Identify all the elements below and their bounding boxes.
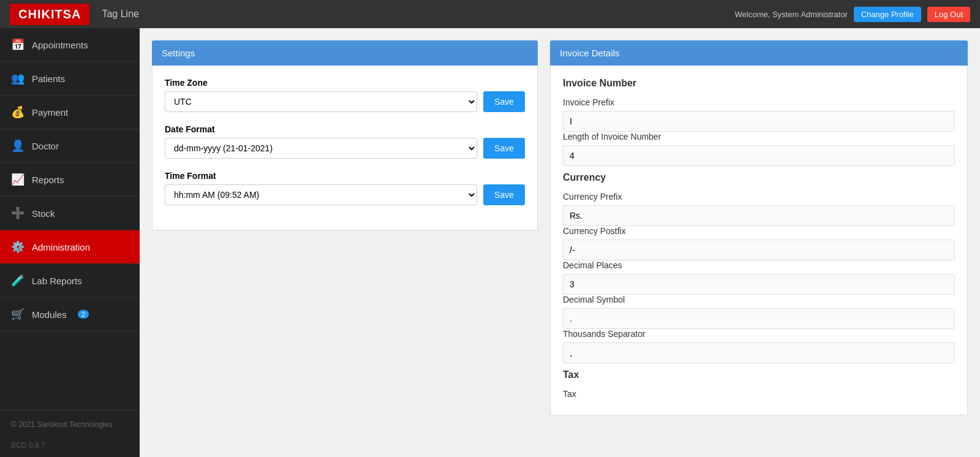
decimal-places-input[interactable] — [563, 274, 955, 295]
decimal-symbol-input[interactable] — [563, 308, 955, 329]
welcome-text: Welcome, System Administrator — [735, 10, 848, 19]
sidebar-item-lab-reports[interactable]: 🧪Lab Reports — [0, 264, 140, 298]
date-format-row: dd-mm-yyyy (21-01-2021) Save — [165, 138, 525, 159]
invoice-panel-header: Invoice Details — [550, 40, 968, 66]
main-content: Settings Time Zone UTC Save Date Format — [140, 28, 980, 457]
header-right: Welcome, System Administrator Change Pro… — [735, 7, 970, 22]
modules-badge: 2 — [78, 310, 89, 319]
administration-icon: ⚙️ — [11, 240, 24, 254]
payment-label: Payment — [32, 107, 68, 118]
currency-section: Currency — [563, 172, 955, 183]
date-format-group: Date Format dd-mm-yyyy (21-01-2021) Save — [165, 124, 525, 159]
sidebar-item-modules[interactable]: 🛒Modules2 — [0, 298, 140, 331]
stock-icon: ➕ — [11, 206, 24, 220]
decimal-symbol-label: Decimal Symbol — [563, 295, 955, 304]
sidebar-item-reports[interactable]: 📈Reports — [0, 163, 140, 197]
sidebar-item-stock[interactable]: ➕Stock — [0, 197, 140, 230]
time-format-label: Time Format — [165, 171, 525, 181]
thousands-separator-group: Thousands Separator — [563, 329, 955, 363]
invoice-prefix-input[interactable] — [563, 111, 955, 132]
sidebar-item-patients[interactable]: 👥Patients — [0, 62, 140, 96]
timezone-select[interactable]: UTC — [165, 91, 477, 112]
timezone-label: Time Zone — [165, 78, 525, 88]
app-logo: CHIKITSA — [10, 4, 89, 25]
invoice-panel: Invoice Details Invoice Number Invoice P… — [550, 40, 968, 415]
sidebar-item-appointments[interactable]: 📅Appointments — [0, 28, 140, 62]
time-format-row: hh:mm AM (09:52 AM) Save — [165, 184, 525, 205]
main-layout: 📅Appointments👥Patients💰Payment👤Doctor📈Re… — [0, 28, 980, 457]
header: CHIKITSA Tag Line Welcome, System Admini… — [0, 0, 980, 28]
patients-icon: 👥 — [11, 72, 24, 85]
appointments-icon: 📅 — [11, 38, 24, 51]
invoice-prefix-group: Invoice Prefix — [563, 97, 955, 132]
currency-postfix-input[interactable] — [563, 240, 955, 260]
currency-postfix-group: Currency Postfix — [563, 226, 955, 260]
lab-reports-icon: 🧪 — [11, 274, 24, 287]
modules-label: Modules — [32, 309, 67, 320]
appointments-label: Appointments — [32, 40, 88, 50]
sidebar-item-administration[interactable]: ⚙️Administration — [0, 230, 140, 264]
logout-button[interactable]: Log Out — [927, 7, 970, 22]
time-format-save-button[interactable]: Save — [483, 184, 525, 205]
invoice-length-label: Length of Invoice Number — [563, 132, 955, 142]
sidebar-item-doctor[interactable]: 👤Doctor — [0, 129, 140, 163]
thousands-separator-label: Thousands Separator — [563, 329, 955, 339]
invoice-panel-body: Invoice Number Invoice Prefix Length of … — [550, 66, 968, 415]
invoice-number-section: Invoice Number — [563, 78, 955, 89]
settings-panel: Settings Time Zone UTC Save Date Format — [152, 40, 538, 230]
timezone-row: UTC Save — [165, 91, 525, 112]
currency-prefix-group: Currency Prefix — [563, 192, 955, 226]
currency-prefix-label: Currency Prefix — [563, 192, 955, 202]
change-profile-button[interactable]: Change Profile — [854, 7, 921, 22]
settings-panel-header: Settings — [152, 40, 538, 66]
timezone-group: Time Zone UTC Save — [165, 78, 525, 112]
tax-section: Tax — [563, 369, 955, 380]
tax-group: Tax — [563, 389, 955, 399]
sidebar-version: BCD 0.9.7 — [0, 439, 140, 457]
sidebar: 📅Appointments👥Patients💰Payment👤Doctor📈Re… — [0, 28, 140, 457]
timezone-save-button[interactable]: Save — [483, 91, 525, 112]
date-format-select[interactable]: dd-mm-yyyy (21-01-2021) — [165, 138, 477, 159]
time-format-group: Time Format hh:mm AM (09:52 AM) Save — [165, 171, 525, 205]
date-format-save-button[interactable]: Save — [483, 138, 525, 159]
payment-icon: 💰 — [11, 105, 24, 119]
time-format-select[interactable]: hh:mm AM (09:52 AM) — [165, 184, 477, 205]
thousands-separator-input[interactable] — [563, 342, 955, 363]
app-tagline: Tag Line — [102, 9, 734, 20]
reports-label: Reports — [32, 175, 64, 185]
patients-label: Patients — [32, 74, 65, 84]
date-format-label: Date Format — [165, 124, 525, 134]
doctor-label: Doctor — [32, 141, 59, 151]
sidebar-footer: © 2021 Sanskruti Technologies — [0, 410, 140, 439]
modules-icon: 🛒 — [11, 308, 24, 321]
decimal-symbol-group: Decimal Symbol — [563, 295, 955, 329]
stock-label: Stock — [32, 208, 55, 219]
reports-icon: 📈 — [11, 173, 24, 186]
administration-label: Administration — [32, 242, 90, 252]
invoice-length-input[interactable] — [563, 145, 955, 166]
invoice-prefix-label: Invoice Prefix — [563, 97, 955, 107]
tax-label: Tax — [563, 389, 955, 399]
currency-postfix-label: Currency Postfix — [563, 226, 955, 236]
settings-panel-body: Time Zone UTC Save Date Format dd-mm-yyy… — [152, 66, 538, 230]
invoice-length-group: Length of Invoice Number — [563, 132, 955, 166]
decimal-places-label: Decimal Places — [563, 260, 955, 270]
lab-reports-label: Lab Reports — [32, 276, 82, 286]
decimal-places-group: Decimal Places — [563, 260, 955, 295]
doctor-icon: 👤 — [11, 139, 24, 153]
sidebar-item-payment[interactable]: 💰Payment — [0, 96, 140, 129]
currency-prefix-input[interactable] — [563, 205, 955, 226]
